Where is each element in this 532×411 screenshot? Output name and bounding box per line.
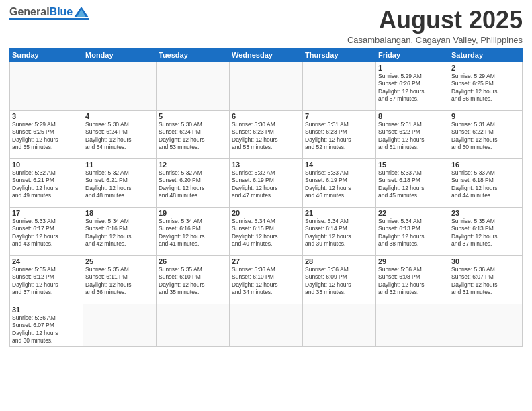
table-row <box>303 304 376 347</box>
table-row <box>83 62 157 110</box>
day-number: 12 <box>159 161 227 169</box>
calendar-week-2: 3Sunrise: 5:29 AM Sunset: 6:25 PM Daylig… <box>10 110 523 158</box>
day-number: 31 <box>12 306 81 314</box>
table-row: 8Sunrise: 5:31 AM Sunset: 6:22 PM Daylig… <box>376 110 449 158</box>
day-info: Sunrise: 5:36 AM Sunset: 6:10 PM Dayligh… <box>232 266 300 297</box>
day-info: Sunrise: 5:30 AM Sunset: 6:24 PM Dayligh… <box>85 121 154 152</box>
day-number: 23 <box>451 209 520 217</box>
day-number: 27 <box>232 257 300 265</box>
day-number: 30 <box>451 257 520 265</box>
day-info: Sunrise: 5:34 AM Sunset: 6:13 PM Dayligh… <box>378 218 447 248</box>
day-info: Sunrise: 5:33 AM Sunset: 6:17 PM Dayligh… <box>12 218 81 248</box>
table-row: 21Sunrise: 5:34 AM Sunset: 6:14 PM Dayli… <box>303 207 376 255</box>
header: General Blue August 2025 Casambalangan, … <box>9 7 523 45</box>
table-row <box>83 304 157 347</box>
col-sunday: Sunday <box>10 48 83 62</box>
day-info: Sunrise: 5:36 AM Sunset: 6:07 PM Dayligh… <box>12 314 81 345</box>
day-info: Sunrise: 5:31 AM Sunset: 6:22 PM Dayligh… <box>378 121 447 152</box>
day-number: 11 <box>85 161 154 169</box>
table-row: 11Sunrise: 5:32 AM Sunset: 6:21 PM Dayli… <box>83 158 157 207</box>
day-number: 28 <box>305 257 373 265</box>
day-number: 9 <box>451 112 520 120</box>
day-info: Sunrise: 5:32 AM Sunset: 6:21 PM Dayligh… <box>85 169 154 200</box>
table-row: 10Sunrise: 5:32 AM Sunset: 6:21 PM Dayli… <box>10 158 83 207</box>
main-title: August 2025 <box>347 7 523 34</box>
day-info: Sunrise: 5:34 AM Sunset: 6:15 PM Dayligh… <box>232 218 300 248</box>
calendar-table: Sunday Monday Tuesday Wednesday Thursday… <box>9 48 523 347</box>
day-number: 15 <box>378 161 447 169</box>
calendar-page: General Blue August 2025 Casambalangan, … <box>0 0 532 411</box>
day-number: 1 <box>378 64 447 72</box>
table-row <box>230 62 303 110</box>
col-friday: Friday <box>376 48 449 62</box>
day-number: 5 <box>159 112 227 120</box>
table-row: 15Sunrise: 5:33 AM Sunset: 6:18 PM Dayli… <box>376 158 449 207</box>
calendar-week-1: 1Sunrise: 5:29 AM Sunset: 6:26 PM Daylig… <box>10 62 523 110</box>
table-row: 6Sunrise: 5:30 AM Sunset: 6:23 PM Daylig… <box>230 110 303 158</box>
day-number: 13 <box>232 161 300 169</box>
day-info: Sunrise: 5:31 AM Sunset: 6:22 PM Dayligh… <box>451 121 520 152</box>
day-info: Sunrise: 5:34 AM Sunset: 6:14 PM Dayligh… <box>305 218 373 248</box>
day-info: Sunrise: 5:35 AM Sunset: 6:10 PM Dayligh… <box>159 266 227 297</box>
calendar-week-3: 10Sunrise: 5:32 AM Sunset: 6:21 PM Dayli… <box>10 158 523 207</box>
table-row: 9Sunrise: 5:31 AM Sunset: 6:22 PM Daylig… <box>449 110 523 158</box>
logo-underline <box>9 18 89 20</box>
logo-blue-text: Blue <box>50 7 73 17</box>
day-info: Sunrise: 5:35 AM Sunset: 6:13 PM Dayligh… <box>451 218 520 248</box>
table-row: 2Sunrise: 5:29 AM Sunset: 6:25 PM Daylig… <box>449 62 523 110</box>
day-number: 2 <box>451 64 520 72</box>
table-row: 31Sunrise: 5:36 AM Sunset: 6:07 PM Dayli… <box>10 304 83 347</box>
day-info: Sunrise: 5:32 AM Sunset: 6:21 PM Dayligh… <box>12 169 81 200</box>
table-row: 26Sunrise: 5:35 AM Sunset: 6:10 PM Dayli… <box>157 255 230 304</box>
logo-general-text: General <box>9 7 50 17</box>
day-number: 19 <box>159 209 227 217</box>
calendar-week-5: 24Sunrise: 5:35 AM Sunset: 6:12 PM Dayli… <box>10 255 523 304</box>
day-info: Sunrise: 5:34 AM Sunset: 6:16 PM Dayligh… <box>85 218 154 248</box>
table-row <box>449 304 523 347</box>
table-row <box>376 304 449 347</box>
table-row: 27Sunrise: 5:36 AM Sunset: 6:10 PM Dayli… <box>230 255 303 304</box>
table-row: 3Sunrise: 5:29 AM Sunset: 6:25 PM Daylig… <box>10 110 83 158</box>
table-row: 12Sunrise: 5:32 AM Sunset: 6:20 PM Dayli… <box>157 158 230 207</box>
table-row: 5Sunrise: 5:30 AM Sunset: 6:24 PM Daylig… <box>157 110 230 158</box>
day-info: Sunrise: 5:31 AM Sunset: 6:23 PM Dayligh… <box>305 121 373 152</box>
subtitle: Casambalangan, Cagayan Valley, Philippin… <box>347 35 523 45</box>
table-row: 28Sunrise: 5:36 AM Sunset: 6:09 PM Dayli… <box>303 255 376 304</box>
calendar-header: Sunday Monday Tuesday Wednesday Thursday… <box>10 48 523 62</box>
table-row: 25Sunrise: 5:35 AM Sunset: 6:11 PM Dayli… <box>83 255 157 304</box>
day-number: 8 <box>378 112 447 120</box>
day-number: 26 <box>159 257 227 265</box>
day-info: Sunrise: 5:35 AM Sunset: 6:11 PM Dayligh… <box>85 266 154 297</box>
day-number: 16 <box>451 161 520 169</box>
table-row: 7Sunrise: 5:31 AM Sunset: 6:23 PM Daylig… <box>303 110 376 158</box>
day-info: Sunrise: 5:33 AM Sunset: 6:18 PM Dayligh… <box>451 169 520 200</box>
day-number: 18 <box>85 209 154 217</box>
col-thursday: Thursday <box>303 48 376 62</box>
table-row: 19Sunrise: 5:34 AM Sunset: 6:16 PM Dayli… <box>157 207 230 255</box>
calendar-week-6: 31Sunrise: 5:36 AM Sunset: 6:07 PM Dayli… <box>10 304 523 347</box>
logo-icon <box>74 7 89 17</box>
day-info: Sunrise: 5:36 AM Sunset: 6:09 PM Dayligh… <box>305 266 373 297</box>
col-wednesday: Wednesday <box>230 48 303 62</box>
day-info: Sunrise: 5:32 AM Sunset: 6:20 PM Dayligh… <box>159 169 227 200</box>
table-row: 18Sunrise: 5:34 AM Sunset: 6:16 PM Dayli… <box>83 207 157 255</box>
table-row: 13Sunrise: 5:32 AM Sunset: 6:19 PM Dayli… <box>230 158 303 207</box>
day-number: 10 <box>12 161 81 169</box>
day-number: 24 <box>12 257 81 265</box>
calendar-body: 1Sunrise: 5:29 AM Sunset: 6:26 PM Daylig… <box>10 62 523 347</box>
day-info: Sunrise: 5:35 AM Sunset: 6:12 PM Dayligh… <box>12 266 81 297</box>
title-section: August 2025 Casambalangan, Cagayan Valle… <box>347 7 523 45</box>
day-number: 21 <box>305 209 373 217</box>
day-number: 17 <box>12 209 81 217</box>
day-number: 3 <box>12 112 81 120</box>
day-number: 20 <box>232 209 300 217</box>
day-info: Sunrise: 5:36 AM Sunset: 6:07 PM Dayligh… <box>451 266 520 297</box>
day-info: Sunrise: 5:36 AM Sunset: 6:08 PM Dayligh… <box>378 266 447 297</box>
table-row: 16Sunrise: 5:33 AM Sunset: 6:18 PM Dayli… <box>449 158 523 207</box>
day-number: 25 <box>85 257 154 265</box>
table-row: 4Sunrise: 5:30 AM Sunset: 6:24 PM Daylig… <box>83 110 157 158</box>
logo: General Blue <box>9 7 89 20</box>
day-number: 22 <box>378 209 447 217</box>
calendar-week-4: 17Sunrise: 5:33 AM Sunset: 6:17 PM Dayli… <box>10 207 523 255</box>
table-row <box>230 304 303 347</box>
